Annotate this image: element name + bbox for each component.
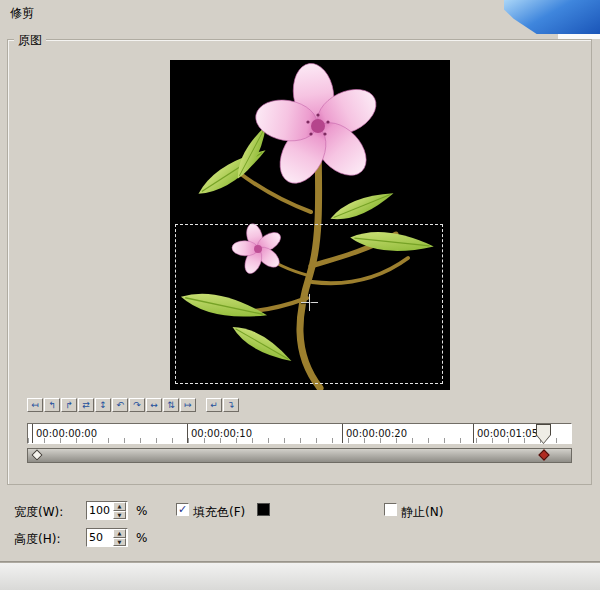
still-checkbox[interactable]: [384, 503, 397, 516]
crosshair-cursor: [309, 302, 310, 303]
toolbar-button-redo[interactable]: ↷: [129, 398, 145, 412]
ruler-tick: [187, 424, 188, 443]
toolbar-button-move-right[interactable]: ↦: [180, 398, 196, 412]
toolbar-button-move-left[interactable]: ↤: [27, 398, 43, 412]
ruler-label-0: 00:00:00:00: [36, 428, 97, 439]
image-preview[interactable]: [170, 60, 450, 390]
width-label: 宽度(W):: [14, 504, 63, 521]
toolbar-button-swap-horizontal[interactable]: ⇄: [78, 398, 94, 412]
ruler-tick: [32, 424, 33, 443]
toolbar-button-undo[interactable]: ↶: [112, 398, 128, 412]
ruler-label-1: 00:00:00:10: [191, 428, 252, 439]
timeline-ruler[interactable]: 00:00:00:00 00:00:00:10 00:00:00:20 00:0…: [27, 423, 572, 444]
ruler-tick: [473, 424, 474, 443]
background-strip: [0, 562, 600, 590]
toolbar-button-rotate-right[interactable]: ↱: [61, 398, 77, 412]
ruler-tick: [342, 424, 343, 443]
width-unit-label: %: [136, 504, 147, 518]
fill-color-label: 填充色(F): [193, 504, 245, 521]
height-spinbox: ▲ ▼: [86, 528, 128, 547]
playhead-marker-face: [537, 425, 550, 443]
toolbar-button-down-turn[interactable]: ↴: [223, 398, 239, 412]
toolbar-button-enter[interactable]: ↵: [206, 398, 222, 412]
width-spin-up-button[interactable]: ▲: [113, 502, 126, 511]
playhead-marker[interactable]: [536, 424, 551, 444]
ruler-label-2: 00:00:00:20: [346, 428, 407, 439]
crosshair-v: [309, 294, 310, 311]
height-input[interactable]: [87, 529, 113, 546]
height-unit-label: %: [136, 531, 147, 545]
width-spinner: ▲ ▼: [113, 502, 126, 519]
original-image-label: 原图: [14, 32, 46, 49]
track-start-keyframe[interactable]: [31, 449, 42, 460]
height-label: 高度(H):: [14, 531, 60, 548]
width-spin-down-button[interactable]: ▼: [113, 511, 126, 520]
width-input[interactable]: [87, 502, 113, 519]
toolbar-button-rotate-left[interactable]: ↰: [44, 398, 60, 412]
fill-color-checkbox[interactable]: ✓: [176, 503, 189, 516]
still-label: 静止(N): [401, 504, 443, 521]
height-spinner: ▲ ▼: [113, 529, 126, 546]
toolbar-button-swap-vertical[interactable]: ⇅: [163, 398, 179, 412]
toolbar-button-resize-vertical[interactable]: ↕: [95, 398, 111, 412]
toolbar: ↤ ↰ ↱ ⇄ ↕ ↶ ↷ ↔ ⇅ ↦ ↵ ↴: [27, 398, 239, 412]
ruler-label-3: 00:00:01:05: [477, 428, 538, 439]
toolbar-button-resize-horizontal[interactable]: ↔: [146, 398, 162, 412]
timeline-track[interactable]: [27, 448, 572, 463]
trim-dialog: 修剪 原图: [0, 0, 600, 562]
height-spin-down-button[interactable]: ▼: [113, 538, 126, 547]
track-current-keyframe[interactable]: [538, 449, 549, 460]
dialog-title: 修剪: [10, 5, 34, 22]
height-spin-up-button[interactable]: ▲: [113, 529, 126, 538]
background-window-edge: [558, 34, 600, 39]
fill-color-swatch[interactable]: [257, 503, 270, 516]
width-spinbox: ▲ ▼: [86, 501, 128, 520]
